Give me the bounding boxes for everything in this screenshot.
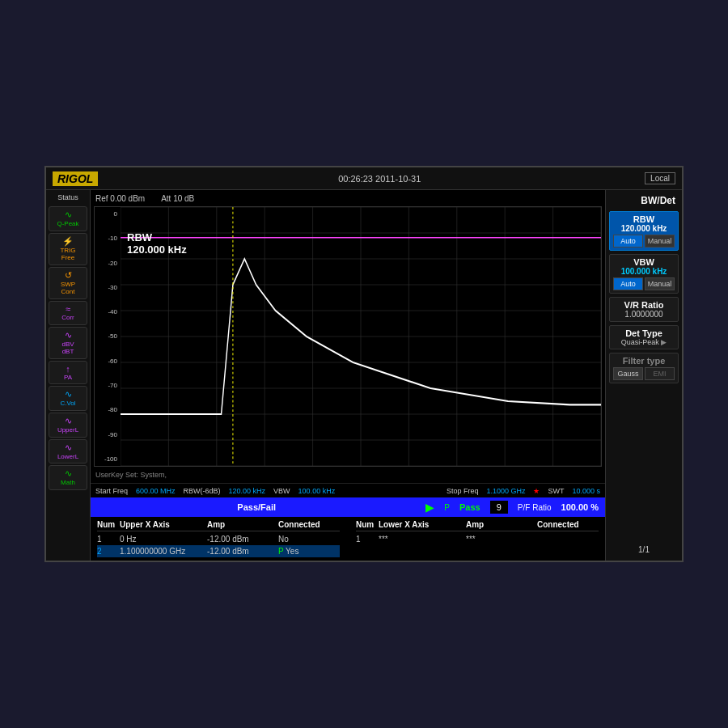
chart-wrapper: 0 -10 -20 -30 -40 -50 -60 -70 -80 -90 -1… bbox=[94, 206, 602, 467]
panel-title: BW/Det bbox=[609, 193, 679, 208]
upper-header-connected: Connected bbox=[278, 520, 327, 529]
upper-limits-section: Num Upper X Axis Amp Connected 1 0 Hz -1… bbox=[97, 520, 340, 557]
vbw-btn-row: Auto Manual bbox=[613, 277, 675, 290]
corr-label: Corr bbox=[51, 314, 85, 322]
start-freq-value: 600.00 MHz bbox=[136, 487, 176, 495]
upper-row2-axis: 1.100000000 GHz bbox=[120, 547, 201, 556]
center-area: Ref 0.00 dBm Att 10 dB 0 -10 -20 -30 -40… bbox=[91, 190, 605, 561]
swp-icon: ↺ bbox=[51, 270, 85, 281]
green-p-icon: P bbox=[278, 547, 286, 556]
sidebar-btn-trig[interactable]: ⚡ TRIGFree bbox=[49, 233, 87, 265]
pass-count: 9 bbox=[490, 501, 508, 514]
cvol-icon: ∿ bbox=[51, 389, 85, 400]
corr-icon: ≈ bbox=[51, 304, 85, 314]
upper-limits-header: Num Upper X Axis Amp Connected bbox=[97, 520, 340, 531]
pa-label: PA bbox=[51, 374, 85, 382]
y-label-100: -100 bbox=[96, 455, 119, 463]
y-label-80: -80 bbox=[96, 406, 119, 413]
lower-header-num: Num bbox=[356, 520, 372, 529]
upper-row2-num: 2 bbox=[97, 547, 113, 556]
table-row: 2 1.100000000 GHz -12.00 dBm P Yes bbox=[97, 545, 340, 557]
filter-type-title: Filter type bbox=[613, 356, 675, 366]
rbw-title: RBW bbox=[127, 231, 187, 243]
emi-btn[interactable]: EMI bbox=[645, 367, 675, 380]
play-button[interactable]: ▶ bbox=[425, 501, 434, 514]
swt-star: ★ bbox=[533, 487, 540, 495]
upper-row1-axis: 0 Hz bbox=[120, 535, 201, 544]
stop-freq-label: Stop Freq bbox=[447, 487, 479, 495]
y-label-50: -50 bbox=[96, 332, 119, 340]
chart-svg bbox=[121, 207, 601, 466]
ref-label: Ref 0.00 dBm bbox=[95, 194, 145, 203]
table-row: 1 *** *** bbox=[356, 533, 599, 545]
rbw-section: RBW 120.000 kHz Auto Manual bbox=[609, 211, 679, 251]
gauss-btn[interactable]: Gauss bbox=[613, 367, 643, 380]
header-datetime: 00:26:23 2011-10-31 bbox=[114, 174, 645, 184]
table-row: 1 0 Hz -12.00 dBm No bbox=[97, 533, 340, 545]
trig-label: TRIGFree bbox=[51, 247, 85, 262]
y-label-70: -70 bbox=[96, 382, 119, 389]
vr-ratio-section: V/R Ratio 1.0000000 bbox=[609, 297, 679, 322]
status-label: Status bbox=[57, 193, 78, 201]
volt-label: dBVdBT bbox=[51, 341, 85, 356]
rbw-manual-btn[interactable]: Manual bbox=[645, 235, 675, 248]
right-panel: BW/Det RBW 120.000 kHz Auto Manual VBW 1… bbox=[605, 190, 682, 561]
sidebar-btn-lowerl[interactable]: ∿ LowerL bbox=[49, 439, 87, 464]
att-label: Att 10 dB bbox=[161, 194, 194, 203]
lower-limits-header: Num Lower X Axis Amp Connected bbox=[356, 520, 599, 531]
lowerl-label: LowerL bbox=[51, 453, 85, 461]
lower-row1-amp: *** bbox=[466, 535, 531, 544]
sidebar-btn-swp[interactable]: ↺ SWPCont bbox=[49, 267, 87, 299]
limits-table: Num Upper X Axis Amp Connected 1 0 Hz -1… bbox=[91, 517, 605, 561]
vr-ratio-title: V/R Ratio bbox=[613, 300, 675, 310]
sidebar-btn-cvol[interactable]: ∿ C.Vol bbox=[49, 386, 87, 411]
sidebar-btn-qpeak[interactable]: ∿ Q-Peak bbox=[49, 206, 87, 231]
rbw-6db-label: RBW(-6dB) bbox=[184, 487, 221, 495]
det-type-value: Quasi-Peak ▶ bbox=[613, 338, 675, 346]
filter-btn-row: Gauss EMI bbox=[613, 367, 675, 380]
vbw-section: VBW 100.000 kHz Auto Manual bbox=[609, 254, 679, 294]
y-label-90: -90 bbox=[96, 431, 119, 438]
rbw-6db-value: 120.00 kHz bbox=[229, 487, 266, 495]
upperl-icon: ∿ bbox=[51, 416, 85, 426]
lower-header-axis: Lower X Axis bbox=[379, 520, 459, 529]
sidebar-btn-upperl[interactable]: ∿ UpperL bbox=[49, 413, 87, 438]
left-sidebar: Status ∿ Q-Peak ⚡ TRIGFree ↺ SWPCont ≈ C… bbox=[46, 190, 91, 561]
swt-value: 10.000 s bbox=[572, 487, 600, 495]
upperl-label: UpperL bbox=[51, 426, 85, 434]
vr-ratio-value: 1.0000000 bbox=[613, 310, 675, 319]
upper-header-axis: Upper X Axis bbox=[120, 520, 201, 529]
upper-row2-amp: -12.00 dBm bbox=[207, 547, 272, 556]
det-type-title: Det Type bbox=[613, 328, 675, 338]
upper-row1-connected: No bbox=[278, 535, 327, 544]
filter-type-section: Filter type Gauss EMI bbox=[609, 353, 679, 383]
freq-bar: Start Freq 600.00 MHz RBW(-6dB) 120.00 k… bbox=[91, 483, 605, 497]
pass-p-indicator: P bbox=[444, 503, 450, 512]
det-type-text: Quasi-Peak bbox=[621, 338, 659, 346]
rbw-label: RBW 120.000 kHz bbox=[127, 231, 187, 256]
main-layout: Status ∿ Q-Peak ⚡ TRIGFree ↺ SWPCont ≈ C… bbox=[46, 190, 682, 561]
y-label-30: -30 bbox=[96, 284, 119, 291]
math-icon: ∿ bbox=[51, 468, 85, 479]
sidebar-btn-pa[interactable]: ↑ PA bbox=[49, 361, 87, 385]
swt-label: SWT bbox=[548, 487, 564, 495]
lower-header-connected: Connected bbox=[537, 520, 586, 529]
swp-label: SWPCont bbox=[51, 281, 85, 296]
sidebar-btn-volt[interactable]: ∿ dBVdBT bbox=[49, 327, 87, 359]
chart-header: Ref 0.00 dBm Att 10 dB bbox=[91, 190, 605, 206]
lower-header-amp: Amp bbox=[466, 520, 531, 529]
vbw-manual-btn[interactable]: Manual bbox=[645, 277, 675, 290]
det-type-section: Det Type Quasi-Peak ▶ bbox=[609, 325, 679, 349]
vbw-auto-btn[interactable]: Auto bbox=[613, 277, 643, 290]
rbw-auto-btn[interactable]: Auto bbox=[613, 235, 643, 248]
y-label-10: -10 bbox=[96, 235, 119, 242]
cvol-label: C.Vol bbox=[51, 400, 85, 408]
instrument-container: RIGOL 00:26:23 2011-10-31 Local Status ∿… bbox=[44, 166, 684, 562]
sidebar-btn-math[interactable]: ∿ Math bbox=[49, 465, 87, 490]
stop-freq-value: 1.1000 GHz bbox=[486, 487, 525, 495]
panel-page: 1/1 bbox=[609, 542, 679, 557]
volt-icon: ∿ bbox=[51, 330, 85, 341]
y-label-0: 0 bbox=[96, 210, 119, 218]
sidebar-btn-corr[interactable]: ≈ Corr bbox=[49, 301, 87, 325]
rbw-section-title: RBW bbox=[613, 214, 675, 224]
